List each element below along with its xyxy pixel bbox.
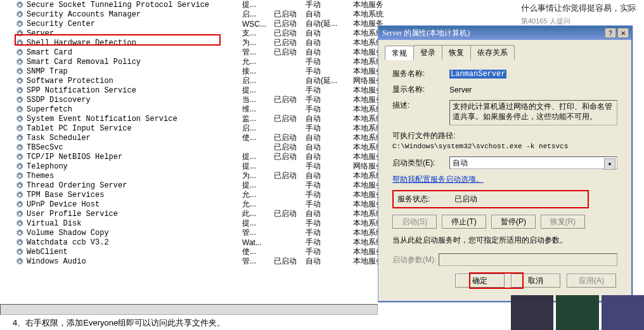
stop-button[interactable]: 停止(T) bbox=[442, 215, 486, 229]
service-status: 已启动 bbox=[274, 47, 306, 58]
gear-icon bbox=[15, 48, 24, 57]
service-name: Task Scheduler bbox=[27, 134, 242, 143]
gear-icon bbox=[15, 238, 24, 247]
gear-icon bbox=[15, 1, 24, 10]
gear-icon bbox=[15, 10, 24, 19]
service-startup: 自动 bbox=[306, 256, 353, 267]
tab-body-general: 服务名称: LanmanServer 显示名称: Server 描述: 支持此计… bbox=[385, 60, 625, 294]
value-description[interactable]: 支持此计算机通过网络的文件、打印、和命名管道共享。如果服务停止，这些功能不可用。 bbox=[449, 100, 617, 125]
value-startup-selected: 自动 bbox=[453, 158, 468, 168]
dialog-title: Server 的属性(本地计算机) bbox=[382, 28, 605, 39]
value-display-name: Server bbox=[449, 86, 617, 94]
service-name: Security Accounts Manager bbox=[27, 10, 242, 19]
service-name: Volume Shadow Copy bbox=[27, 229, 242, 238]
gear-icon bbox=[15, 86, 24, 95]
gear-icon bbox=[15, 115, 24, 124]
service-status: 已启动 bbox=[274, 208, 306, 219]
tab-strip: 常规 登录 恢复 依存关系 bbox=[378, 40, 631, 60]
service-status: 已启动 bbox=[274, 113, 306, 124]
thumbnail[interactable] bbox=[511, 295, 553, 330]
label-status: 服务状态: bbox=[397, 194, 454, 205]
service-name: TCP/IP NetBIOS Helper bbox=[27, 153, 242, 162]
article-meta: 第40165 人提问 bbox=[517, 16, 644, 26]
gear-icon bbox=[15, 105, 24, 114]
service-name: Secure Socket Tunneling Protocol Service bbox=[27, 1, 242, 10]
gear-icon bbox=[15, 67, 24, 76]
tab-dependencies[interactable]: 依存关系 bbox=[470, 45, 515, 60]
gear-icon bbox=[15, 96, 24, 105]
value-service-name[interactable]: LanmanServer bbox=[449, 70, 506, 79]
gear-icon bbox=[15, 153, 24, 162]
service-name: Tablet PC Input Service bbox=[27, 124, 242, 133]
gear-icon bbox=[15, 257, 24, 266]
label-start-params: 启动参数(M): bbox=[392, 255, 436, 265]
service-name: SPP Notification Service bbox=[27, 86, 242, 95]
help-button[interactable]: ? bbox=[605, 28, 616, 38]
service-status: 已启动 bbox=[274, 151, 306, 162]
apply-button[interactable]: 应用(A) bbox=[567, 274, 616, 288]
input-start-params bbox=[439, 253, 617, 266]
start-button[interactable]: 启动(S) bbox=[392, 215, 437, 229]
gear-icon bbox=[15, 219, 24, 228]
service-name: Windows Audio bbox=[27, 257, 242, 266]
service-desc: 管... bbox=[242, 227, 274, 238]
service-name: User Profile Service bbox=[27, 210, 242, 219]
label-exe-path: 可执行文件的路径: bbox=[392, 130, 617, 141]
service-name: WebClient bbox=[27, 248, 242, 257]
gear-icon bbox=[15, 162, 24, 171]
label-display-name: 显示名称: bbox=[392, 84, 449, 95]
service-name: Security Center bbox=[27, 20, 242, 29]
gear-icon bbox=[15, 20, 24, 29]
gear-icon bbox=[15, 39, 24, 48]
horizontal-scrollbar[interactable] bbox=[0, 304, 378, 315]
service-name: System Event Notification Service bbox=[27, 115, 242, 124]
service-name: TBSecSvc bbox=[27, 143, 242, 152]
link-help-config[interactable]: 帮助我配置服务启动选项。 bbox=[392, 175, 484, 184]
close-button[interactable]: ✕ bbox=[617, 28, 629, 38]
tab-logon[interactable]: 登录 bbox=[413, 45, 442, 60]
gear-icon bbox=[15, 210, 24, 219]
gear-icon bbox=[15, 143, 24, 152]
tab-general[interactable]: 常规 bbox=[385, 46, 414, 60]
service-status: 已启动 bbox=[274, 94, 306, 105]
service-name: Software Protection bbox=[27, 77, 242, 86]
hint-text: 当从此处启动服务时，您可指定所适用的启动参数。 bbox=[392, 235, 617, 246]
ok-button[interactable]: 确定 bbox=[455, 274, 505, 288]
service-name: Virtual Disk bbox=[27, 219, 242, 228]
thumbnail[interactable] bbox=[556, 295, 598, 330]
tab-recovery[interactable]: 恢复 bbox=[442, 45, 471, 60]
value-exe-path: C:\Windows\system32\svchost.exe -k netsv… bbox=[392, 143, 617, 150]
resume-button[interactable]: 恢复(R) bbox=[541, 215, 585, 229]
service-name: Watchdata ccb V3.2 bbox=[27, 238, 242, 247]
service-name: SSDP Discovery bbox=[27, 96, 242, 105]
select-startup-type[interactable]: 自动 bbox=[449, 156, 617, 169]
status-box: 服务状态: 已启动 bbox=[392, 190, 589, 208]
service-name: Smart Card Removal Policy bbox=[27, 58, 242, 67]
service-desc: 管... bbox=[242, 256, 274, 267]
service-name: Telephony bbox=[27, 162, 242, 171]
service-name: Themes bbox=[27, 172, 242, 181]
gear-icon bbox=[15, 58, 24, 67]
gear-icon bbox=[15, 248, 24, 257]
service-name: Thread Ordering Server bbox=[27, 181, 242, 190]
article-title[interactable]: 什么事情让你觉得挺容易，实际 bbox=[517, 0, 644, 16]
service-name: TPM Base Services bbox=[27, 191, 242, 200]
service-status: 已启动 bbox=[274, 170, 306, 181]
service-name: Superfetch bbox=[27, 105, 242, 114]
label-description: 描述: bbox=[392, 100, 449, 111]
sidebar-article: 什么事情让你觉得挺容易，实际 第40165 人提问 bbox=[517, 0, 644, 26]
service-desc: Wat... bbox=[242, 238, 274, 247]
gear-icon bbox=[15, 124, 24, 133]
service-name: UPnP Device Host bbox=[27, 200, 242, 209]
footnote-text: 4、右手权限，添加Everyone组即可以访问此共享文件夹。 bbox=[13, 317, 225, 329]
thumbnail[interactable] bbox=[602, 295, 644, 330]
dialog-titlebar[interactable]: Server 的属性(本地计算机) ? ✕ bbox=[378, 26, 631, 40]
gear-icon bbox=[15, 229, 24, 238]
gear-icon bbox=[15, 172, 24, 181]
pause-button[interactable]: 暂停(P) bbox=[491, 215, 536, 229]
service-status: 已启动 bbox=[274, 256, 306, 267]
cancel-button[interactable]: 取消 bbox=[511, 274, 560, 288]
service-name: Shell Hardware Detection bbox=[27, 39, 242, 48]
service-desc: 使... bbox=[242, 132, 274, 143]
service-name: Server bbox=[27, 29, 242, 38]
